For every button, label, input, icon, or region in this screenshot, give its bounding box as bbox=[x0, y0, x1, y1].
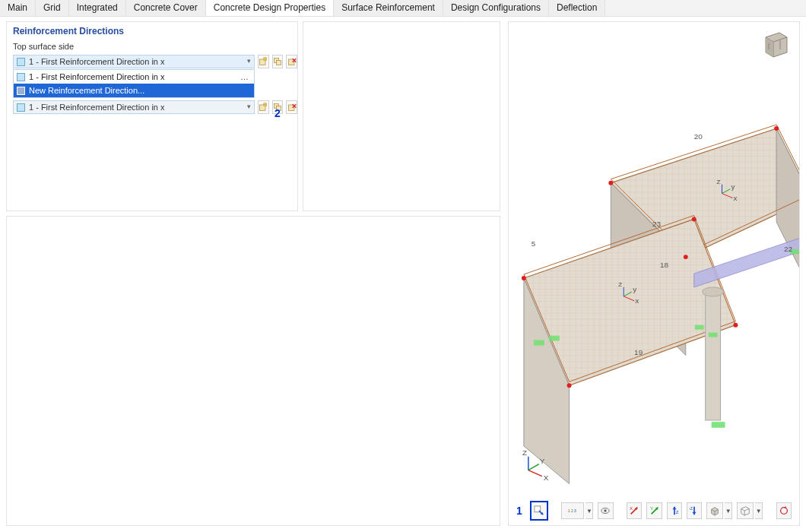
svg-text:-Z: -Z bbox=[689, 506, 693, 511]
svg-marker-91 bbox=[692, 512, 696, 515]
combo-swatch-icon bbox=[17, 58, 25, 66]
svg-rect-25 bbox=[706, 292, 721, 420]
svg-text:2: 2 bbox=[571, 509, 573, 513]
tab-design-configurations[interactable]: Design Configurations bbox=[443, 0, 549, 16]
direction-combo-bottom[interactable]: 1 - First Reinforcement Direction in x ▾ bbox=[13, 100, 255, 114]
reinforcement-directions-panel: Reinforcement Directions Top surface sid… bbox=[6, 21, 298, 211]
svg-marker-21 bbox=[776, 128, 799, 291]
dropdown-item-label: New Reinforcement Direction... bbox=[29, 86, 144, 95]
svg-text:Y: Y bbox=[540, 457, 545, 465]
svg-point-34 bbox=[733, 323, 738, 328]
svg-point-32 bbox=[522, 276, 526, 280]
tabs-bar: Main Grid Integrated Concrete Cover Conc… bbox=[0, 0, 806, 17]
svg-point-31 bbox=[684, 255, 688, 259]
tab-main[interactable]: Main bbox=[0, 0, 36, 16]
svg-marker-97 bbox=[741, 507, 750, 515]
delete-item-button-2[interactable] bbox=[286, 100, 297, 114]
tab-surface-reinforcement[interactable]: Surface Reinforcement bbox=[334, 0, 443, 16]
svg-text:3: 3 bbox=[574, 509, 576, 513]
bottom-combo-row: 1 - First Reinforcement Direction in x ▾ bbox=[7, 100, 297, 115]
svg-point-33 bbox=[692, 217, 697, 221]
svg-text:X: X bbox=[630, 505, 633, 511]
svg-text:y: y bbox=[731, 182, 735, 191]
tab-deflection[interactable]: Deflection bbox=[549, 0, 605, 16]
tab-integrated[interactable]: Integrated bbox=[69, 0, 126, 16]
svg-text:z: z bbox=[717, 177, 721, 185]
chevron-down-icon: ▾ bbox=[247, 103, 251, 110]
item-swatch-icon bbox=[17, 87, 25, 95]
model-svg: 20 23 18 19 5 22 X Y Z x y z bbox=[509, 22, 799, 525]
callout-1: 1 bbox=[516, 505, 522, 517]
svg-point-101 bbox=[780, 508, 787, 515]
top-combo-row: 1 - First Reinforcement Direction in x ▾ bbox=[7, 54, 297, 69]
empty-panel-top bbox=[303, 21, 500, 211]
svg-rect-40 bbox=[534, 340, 544, 346]
dropdown-item-label: 1 - First Reinforcement Direction in x bbox=[29, 72, 165, 81]
svg-text:5: 5 bbox=[532, 239, 536, 248]
svg-rect-39 bbox=[712, 422, 725, 428]
svg-text:X: X bbox=[544, 473, 549, 482]
view-z-button[interactable]: Z bbox=[667, 502, 682, 519]
iso-view-button[interactable] bbox=[706, 502, 723, 519]
combo-value: 1 - First Reinforcement Direction in x bbox=[29, 57, 165, 66]
svg-text:x: x bbox=[635, 296, 639, 305]
units-group: 123 ▼ bbox=[561, 502, 593, 519]
section-label-top-surface: Top surface side bbox=[7, 40, 297, 54]
model-viewport[interactable]: 20 23 18 19 5 22 X Y Z x y z bbox=[508, 21, 800, 526]
tab-concrete-cover[interactable]: Concrete Cover bbox=[126, 0, 206, 16]
combo-swatch-icon bbox=[17, 103, 25, 112]
units-dropdown[interactable]: ▼ bbox=[585, 502, 593, 519]
direction-dropdown-list: 1 - First Reinforcement Direction in x …… bbox=[13, 69, 255, 98]
apply-view-button[interactable] bbox=[530, 501, 548, 521]
svg-text:z: z bbox=[618, 280, 622, 288]
svg-point-26 bbox=[703, 287, 724, 296]
tab-concrete-design-properties[interactable]: Concrete Design Properties bbox=[206, 0, 334, 16]
ellipsis-icon[interactable]: … bbox=[240, 72, 249, 81]
delete-item-button[interactable] bbox=[286, 55, 297, 68]
chevron-down-icon: ▾ bbox=[247, 57, 251, 65]
iso2-group: ▼ bbox=[737, 502, 763, 519]
units-button[interactable]: 123 bbox=[561, 502, 584, 519]
svg-rect-41 bbox=[549, 336, 560, 341]
svg-point-80 bbox=[604, 509, 608, 512]
dropdown-item-existing[interactable]: 1 - First Reinforcement Direction in x … bbox=[14, 70, 254, 84]
svg-rect-43 bbox=[709, 333, 718, 337]
svg-line-98 bbox=[741, 508, 744, 511]
dropdown-item-new[interactable]: New Reinforcement Direction... bbox=[14, 84, 254, 97]
svg-text:19: 19 bbox=[634, 348, 643, 356]
svg-text:1: 1 bbox=[568, 509, 570, 513]
svg-text:18: 18 bbox=[660, 261, 669, 269]
svg-rect-5 bbox=[277, 61, 281, 65]
svg-line-99 bbox=[744, 508, 749, 511]
new-item-button-2[interactable] bbox=[258, 100, 269, 114]
navigation-cube[interactable] bbox=[758, 27, 793, 62]
svg-text:y: y bbox=[633, 285, 636, 293]
view-minus-z-button[interactable]: -Z bbox=[687, 502, 702, 519]
svg-line-52 bbox=[528, 470, 542, 477]
callout-2: 2 bbox=[274, 107, 281, 119]
reset-view-button[interactable] bbox=[776, 502, 792, 519]
view-x-button[interactable]: X bbox=[627, 502, 642, 519]
view-y-button[interactable]: Y bbox=[646, 502, 662, 519]
eye-view-button[interactable] bbox=[598, 502, 613, 519]
svg-point-29 bbox=[774, 126, 779, 131]
viewport-toolbar: 1 123 ▼ X Y Z bbox=[509, 501, 799, 521]
direction-combo-top[interactable]: 1 - First Reinforcement Direction in x ▾ bbox=[13, 55, 255, 68]
svg-text:22: 22 bbox=[784, 245, 793, 253]
item-swatch-icon bbox=[17, 73, 25, 81]
iso1-group: ▼ bbox=[706, 502, 732, 519]
tab-grid[interactable]: Grid bbox=[36, 0, 69, 16]
combo-value: 1 - First Reinforcement Direction in x bbox=[29, 103, 165, 112]
main-area: Reinforcement Directions Top surface sid… bbox=[0, 17, 806, 532]
panel-title: Reinforcement Directions bbox=[7, 22, 297, 40]
svg-text:23: 23 bbox=[652, 220, 662, 228]
new-item-button[interactable] bbox=[258, 55, 269, 68]
svg-text:Z: Z bbox=[676, 509, 679, 515]
svg-rect-42 bbox=[695, 325, 704, 330]
svg-text:20: 20 bbox=[694, 132, 703, 141]
svg-text:Y: Y bbox=[649, 505, 652, 511]
perspective-dropdown[interactable]: ▼ bbox=[755, 502, 763, 519]
perspective-button[interactable] bbox=[737, 502, 754, 519]
copy-item-button[interactable] bbox=[272, 55, 284, 68]
iso-dropdown[interactable]: ▼ bbox=[725, 502, 732, 519]
